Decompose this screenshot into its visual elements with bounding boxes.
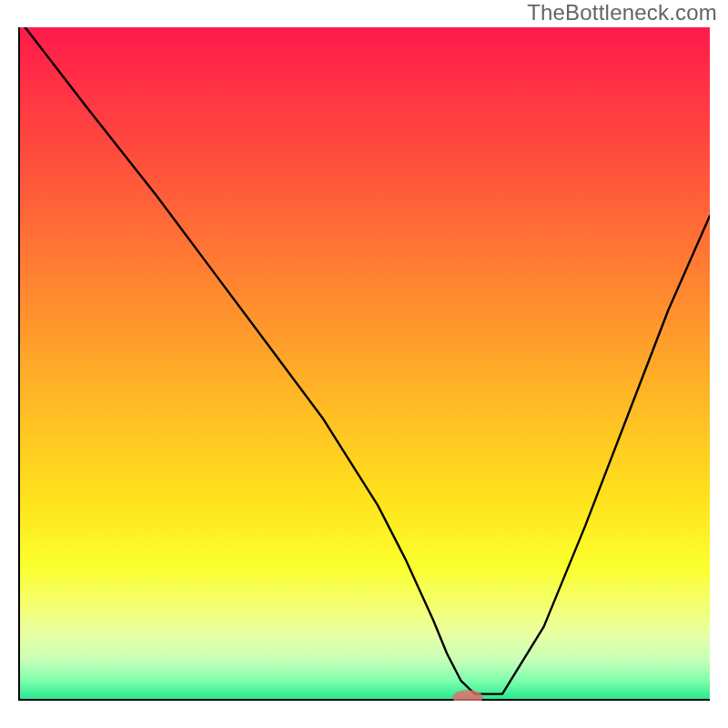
chart-frame: TheBottleneck.com [0, 0, 728, 728]
gradient-rect [18, 27, 710, 701]
plot-area [18, 27, 710, 701]
plot-svg [18, 27, 710, 701]
watermark-label: TheBottleneck.com [527, 0, 717, 25]
